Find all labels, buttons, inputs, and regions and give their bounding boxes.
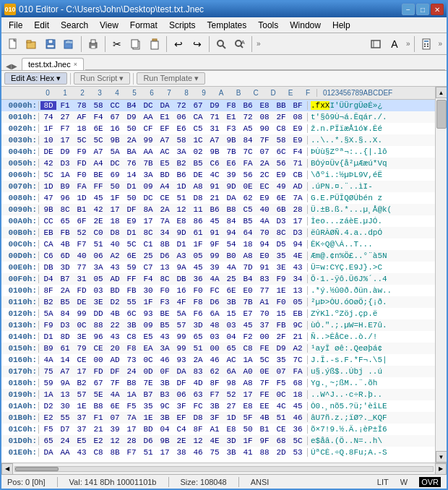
hex-byte[interactable]: BD [140, 425, 156, 434]
edit-as-hex-button[interactable]: Edit As: Hex ▾ [4, 72, 67, 85]
hex-byte[interactable]: 50 [240, 425, 256, 434]
hex-byte[interactable]: 8C [57, 205, 73, 214]
table-row[interactable]: 01B0h:E25537F1077A1E3BEFD83F1D5F4B5146âU… [1, 412, 435, 424]
hex-byte[interactable]: B5 [57, 298, 73, 306]
hex-byte[interactable]: FA [290, 367, 306, 376]
hex-byte[interactable]: 03 [90, 286, 106, 295]
table-row[interactable]: 0120h:5A8499DD4B6C93BE5AF66A15E77015EBZÝ… [1, 308, 435, 319]
hex-byte[interactable]: 79 [74, 344, 90, 353]
hex-byte[interactable]: 9B [223, 136, 239, 145]
hex-byte[interactable]: 35 [140, 402, 156, 411]
scroll-down-button[interactable]: ▼ [436, 451, 447, 463]
hex-byte[interactable]: B3 [157, 390, 173, 399]
hex-byte[interactable]: 67 [107, 113, 123, 121]
hex-byte[interactable]: 84 [223, 217, 239, 225]
hex-byte[interactable]: 6E [223, 286, 239, 295]
hex-byte[interactable]: F4 [90, 113, 106, 121]
scroll-up-button[interactable]: ▲ [436, 87, 447, 98]
hex-byte[interactable]: E5 [157, 159, 173, 168]
hex-byte[interactable]: 58 [90, 101, 106, 110]
hex-byte[interactable]: 9A [173, 263, 189, 272]
hex-byte[interactable]: 71 [290, 159, 306, 168]
hex-byte[interactable]: B2 [173, 159, 189, 168]
hex-byte[interactable]: 49 [273, 182, 289, 191]
hex-byte[interactable]: 05 [90, 275, 106, 283]
hex-byte[interactable]: 5A [107, 147, 123, 156]
hex-byte[interactable]: 7A [290, 194, 306, 202]
hex-byte[interactable]: BF [290, 101, 306, 110]
hex-byte[interactable]: 6E [124, 252, 139, 260]
hex-byte[interactable]: 06 [173, 113, 189, 121]
hex-byte[interactable]: FF [90, 182, 106, 191]
hex-byte[interactable]: B0 [223, 252, 239, 260]
menu-view[interactable]: View [94, 18, 124, 33]
hex-byte[interactable]: 18 [74, 124, 90, 133]
hex-byte[interactable]: AF [74, 113, 90, 121]
tab-scroll-left[interactable]: ◀ [6, 62, 12, 70]
hex-byte[interactable]: 7B [223, 147, 239, 156]
hex-byte[interactable]: D6 [140, 437, 156, 445]
hex-byte[interactable]: 7A [157, 217, 173, 225]
hex-byte[interactable]: 72 [173, 101, 189, 110]
hex-byte[interactable]: 1D [40, 182, 56, 191]
hex-byte[interactable]: DC [140, 101, 156, 110]
hex-byte[interactable]: 7F [257, 379, 272, 387]
hex-byte[interactable]: 03 [223, 321, 239, 330]
hex-byte[interactable]: 5C [257, 356, 272, 364]
hex-byte[interactable]: F4 [290, 147, 306, 156]
hex-byte[interactable]: 6D [57, 252, 73, 260]
hex-byte[interactable]: E5 [74, 437, 90, 445]
active-tab[interactable]: test.txt.Jnec × [22, 58, 84, 70]
hex-byte[interactable]: AA [140, 113, 156, 121]
hex-byte[interactable]: 96 [90, 332, 106, 341]
hex-byte[interactable]: 00 [257, 332, 272, 341]
hex-byte[interactable]: B6 [240, 101, 256, 110]
hex-byte[interactable]: 4A [107, 390, 123, 399]
hex-byte[interactable]: 34 [290, 275, 306, 283]
hex-byte[interactable]: 65 [57, 217, 73, 225]
hex-byte[interactable]: 16 [173, 286, 189, 295]
hex-byte[interactable]: 2A [157, 205, 173, 214]
hex-byte[interactable]: 54 [223, 240, 239, 249]
hex-byte[interactable]: FC [190, 402, 206, 411]
hex-byte[interactable]: DA [223, 194, 239, 202]
hex-byte[interactable]: CE [90, 344, 106, 353]
hex-byte[interactable]: 48 [207, 321, 223, 330]
hex-byte[interactable]: 15 [223, 309, 239, 318]
hex-byte[interactable]: 18 [107, 217, 123, 225]
hex-byte[interactable]: 40 [257, 205, 272, 214]
hex-byte[interactable]: 37 [74, 425, 90, 434]
hex-byte[interactable]: C6 [207, 159, 223, 168]
hex-byte[interactable]: C8 [90, 448, 106, 457]
table-row[interactable]: 0080h:47961D451F50DCCE51D821DA62E96E7AG.… [1, 192, 435, 204]
hex-byte[interactable]: C8 [240, 344, 256, 353]
table-row[interactable]: 0060h:5C1AF0BE69143ABDB6DE4C39562CE9CB\ð… [1, 169, 435, 181]
hex-byte[interactable]: 46 [290, 413, 306, 422]
hex-byte[interactable]: A4 [157, 182, 173, 191]
hex-byte[interactable]: D3 [57, 159, 73, 168]
hex-byte[interactable]: C6 [40, 252, 56, 260]
hex-byte[interactable]: EE [257, 402, 272, 411]
hex-byte[interactable]: 3F [173, 402, 189, 411]
hex-byte[interactable]: 2D [273, 448, 289, 457]
menu-format[interactable]: Format [124, 18, 163, 33]
hex-byte[interactable]: 2C [257, 171, 272, 179]
table-row[interactable]: 0130h:F9D30C88223B09B5573D48034537FB9CùÓ… [1, 319, 435, 331]
menu-search[interactable]: Search [55, 18, 94, 33]
hex-byte[interactable]: A7 [57, 367, 73, 376]
hex-byte[interactable]: EA [140, 344, 156, 353]
hex-byte[interactable]: DF [107, 367, 123, 376]
hex-byte[interactable]: D2 [107, 298, 123, 306]
hex-byte[interactable]: D3 [290, 228, 306, 237]
table-row[interactable]: 00B0h:EBFB52C0D8D18C349D61919464708CD3ëû… [1, 227, 435, 238]
hex-byte[interactable]: 21 [90, 425, 106, 434]
hex-byte[interactable]: 43 [74, 448, 90, 457]
hex-byte[interactable]: 02 [190, 147, 206, 156]
hex-byte[interactable]: 86 [190, 217, 206, 225]
hex-byte[interactable]: 58 [173, 136, 189, 145]
hex-byte[interactable]: 88 [257, 448, 272, 457]
hex-byte[interactable]: 24 [57, 437, 73, 445]
hex-byte[interactable]: 0C [140, 356, 156, 364]
hex-byte[interactable]: F8 [190, 298, 206, 306]
hex-byte[interactable]: 91 [207, 182, 223, 191]
